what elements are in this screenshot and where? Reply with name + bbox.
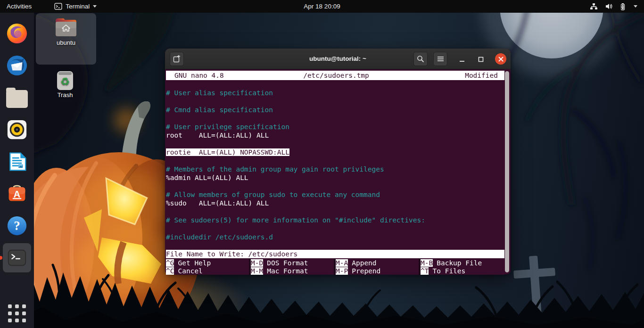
nano-line: %sudo ALL=(ALL:ALL) ALL	[166, 199, 504, 207]
thunderbird-icon	[6, 55, 28, 76]
new-tab-button[interactable]	[170, 52, 184, 66]
nano-shortcut: M-MMac Format	[251, 267, 334, 275]
nano-line	[166, 241, 504, 250]
terminal-menu-icon	[54, 3, 62, 10]
nano-line: # See sudoers(5) for more information on…	[166, 216, 504, 224]
nano-line	[166, 207, 504, 216]
search-icon	[417, 55, 424, 63]
running-indicator-dot	[0, 256, 2, 260]
maximize-button[interactable]	[475, 54, 487, 65]
battery-icon	[620, 3, 627, 10]
nano-line: rootie ALL=(ALL) NOPASSWD:ALL	[166, 148, 504, 156]
system-caret-icon	[634, 5, 637, 8]
desktop-icon-ubuntu[interactable]: ubuntu	[36, 13, 96, 65]
nano-version: GNU nano 4.8	[166, 71, 303, 80]
rhythmbox-icon	[6, 119, 28, 140]
nano-shortcut: M-DDOS Format	[251, 259, 334, 267]
terminal-titlebar[interactable]: ubuntu@tutorial: ~	[165, 49, 511, 69]
terminal-scrollbar[interactable]	[505, 71, 509, 272]
dock-item-ubuntu-software[interactable]: A	[3, 179, 31, 208]
activities-button[interactable]: Activities	[0, 0, 38, 13]
nano-editor[interactable]: GNU nano 4.8 /etc/sudoers.tmp Modified #…	[166, 71, 504, 274]
nano-modified-status: Modified	[369, 71, 504, 80]
desktop-icon-label: Trash	[58, 91, 73, 98]
nano-line: # Cmnd alias specification	[166, 106, 504, 114]
nano-filename: /etc/sudoers.tmp	[303, 71, 369, 80]
minimize-button[interactable]	[456, 54, 468, 65]
nano-line: %admin ALL=(ALL) ALL	[166, 173, 504, 182]
nano-shortcut: M-AAppend	[336, 259, 419, 267]
dock-item-rhythmbox[interactable]	[3, 115, 31, 144]
dock-item-files[interactable]	[3, 83, 31, 112]
app-menu-caret-icon	[93, 5, 97, 8]
nano-shortcut-row: ^CCancelM-MMac FormatM-PPrepend^TTo File…	[166, 267, 504, 275]
minimize-icon	[459, 57, 465, 62]
files-icon	[6, 90, 28, 108]
nano-line	[166, 139, 504, 148]
desktop-icon-label: ubuntu	[57, 39, 75, 46]
nano-shortcut: ^GGet Help	[166, 259, 249, 267]
nano-shortcut-row: ^GGet HelpM-DDOS FormatM-AAppendM-BBacku…	[166, 259, 504, 267]
new-tab-icon	[173, 55, 181, 63]
nano-shortcut: ^CCancel	[166, 267, 249, 275]
ubuntu-folder-icon	[54, 17, 78, 38]
network-icon	[590, 3, 598, 10]
activities-label: Activities	[7, 3, 32, 10]
maximize-icon	[478, 57, 484, 62]
svg-text:?: ?	[14, 219, 20, 233]
ubuntu-software-icon: A	[7, 183, 27, 204]
window-menu-button[interactable]	[433, 52, 447, 66]
help-icon: ?	[6, 215, 28, 237]
dock: A ?	[0, 13, 34, 328]
recycle-glyph: ♻	[60, 77, 70, 87]
nano-line: # Members of the admin group may gain ro…	[166, 165, 504, 173]
nano-buffer: # User alias specification # Cmnd alias …	[166, 80, 504, 250]
hamburger-menu-icon	[437, 56, 444, 62]
nano-shortcut: M-BBackup File	[421, 259, 504, 267]
close-icon	[498, 57, 504, 62]
nano-line: # User privilege specification	[166, 123, 504, 131]
dock-item-firefox[interactable]	[3, 19, 31, 48]
nano-shortcut: M-PPrepend	[336, 267, 419, 275]
clock[interactable]: Apr 18 20:09	[304, 0, 340, 13]
dock-item-thunderbird[interactable]	[3, 51, 31, 80]
dock-item-help[interactable]: ?	[3, 211, 31, 240]
search-button[interactable]	[413, 52, 428, 66]
nano-line: # User alias specification	[166, 89, 504, 97]
close-button[interactable]	[495, 53, 506, 65]
terminal-window: ubuntu@tutorial: ~	[165, 49, 511, 274]
desktop-icon-trash[interactable]: ♻ Trash	[46, 67, 84, 103]
show-applications-button[interactable]	[8, 304, 26, 322]
terminal-icon	[6, 247, 28, 269]
nano-line: root ALL=(ALL:ALL) ALL	[166, 131, 504, 139]
volume-icon	[605, 3, 613, 10]
dock-item-libreoffice-writer[interactable]	[3, 147, 31, 176]
nano-line	[166, 80, 504, 89]
nano-shortcut: ^TTo Files	[421, 267, 504, 275]
libreoffice-writer-icon	[7, 151, 27, 172]
nano-line	[166, 97, 504, 106]
firefox-icon	[6, 23, 28, 44]
nano-title-bar: GNU nano 4.8 /etc/sudoers.tmp Modified	[166, 71, 504, 80]
clock-label: Apr 18 20:09	[304, 3, 340, 10]
nano-line	[166, 156, 504, 165]
nano-shortcut-bar: ^GGet HelpM-DDOS FormatM-AAppendM-BBacku…	[166, 259, 504, 275]
nano-line	[166, 182, 504, 190]
system-status-area[interactable]	[586, 0, 641, 13]
nano-line: #includedir /etc/sudoers.d	[166, 233, 504, 241]
nano-line	[166, 114, 504, 123]
svg-text:A: A	[14, 189, 21, 199]
nano-filename-prompt[interactable]: File Name to Write: /etc/sudoers	[166, 250, 504, 258]
app-menu-label: Terminal	[66, 3, 90, 10]
nano-line	[166, 224, 504, 233]
top-bar: Activities Terminal Apr 18 20:09	[0, 0, 644, 13]
nano-line: # Allow members of group sudo to execute…	[166, 190, 504, 199]
app-menu-terminal[interactable]: Terminal	[50, 0, 100, 13]
dock-item-terminal[interactable]	[3, 243, 31, 272]
